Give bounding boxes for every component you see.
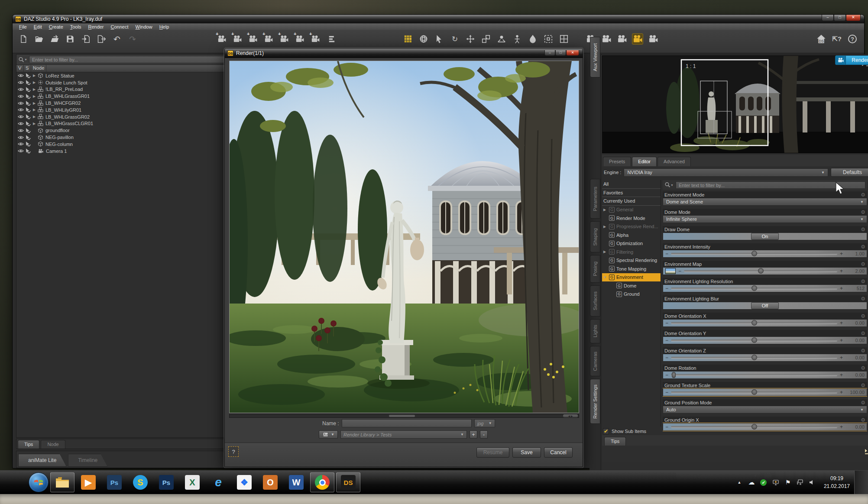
remove-button[interactable]: - (480, 430, 488, 439)
gear-icon[interactable]: ⚙ (861, 192, 865, 198)
save-button[interactable]: Save (512, 447, 541, 458)
visibility-eye-icon[interactable] (18, 87, 24, 92)
environment-map-thumbnail[interactable] (665, 268, 676, 274)
new-camera-icon[interactable]: + (216, 33, 227, 45)
setting-slider[interactable]: −+0.00 (663, 423, 867, 431)
expand-caret-icon[interactable]: ▶ (32, 108, 36, 112)
menu-file[interactable]: File (16, 24, 30, 29)
setting-value[interactable]: 0.00 (845, 355, 865, 360)
import-icon[interactable] (80, 33, 91, 45)
show-desktop-button[interactable] (854, 471, 868, 494)
menu-tools[interactable]: Tools (67, 24, 84, 29)
taskbar-excel[interactable]: X (180, 472, 204, 492)
new-render-icon[interactable] (648, 33, 659, 45)
slider-handle[interactable] (751, 337, 757, 343)
category-dome[interactable]: GDome (602, 281, 661, 290)
setting-dropdown[interactable]: Infinite Sphere▼ (663, 215, 867, 223)
selectable-pointer-icon[interactable] (25, 114, 31, 120)
tab-node[interactable]: Node (41, 440, 65, 449)
decrement-icon[interactable]: − (678, 268, 681, 274)
gear-icon[interactable]: ⚙ (861, 417, 865, 423)
cloud-icon[interactable]: ☁ (748, 478, 755, 486)
decrement-icon[interactable]: − (665, 372, 668, 378)
maximize-icon[interactable]: □ (834, 15, 846, 21)
setting-value[interactable]: 0.00 (845, 372, 865, 378)
menu-edit[interactable]: Edit (31, 24, 45, 29)
close-icon[interactable]: ✕ (566, 50, 579, 56)
show-sub-items[interactable]: ✔ Show Sub Items (603, 428, 646, 434)
taskbar-internet-explorer[interactable]: e (206, 472, 230, 492)
category-ground[interactable]: GGround (602, 290, 661, 299)
tab-parameters[interactable]: Parameters (590, 179, 600, 219)
daz-home-icon[interactable]: DS (816, 33, 827, 45)
visibility-eye-icon[interactable] (18, 121, 24, 126)
taskbar-clock[interactable]: 09:19 21.02.2017 (819, 475, 854, 490)
orbit-sphere-icon[interactable] (418, 33, 429, 45)
scene-node-row[interactable]: ▶!LB_RR_PreLoad (16, 86, 226, 93)
save-file-icon[interactable] (65, 33, 76, 45)
scene-grid-icon[interactable] (402, 33, 414, 45)
slider-handle[interactable] (751, 389, 757, 395)
scale-tool-icon[interactable] (480, 33, 492, 45)
setting-value[interactable]: 0.00 (845, 320, 865, 326)
tab-advanced[interactable]: Advanced (657, 157, 691, 166)
render-button[interactable]: Render (835, 55, 868, 65)
selectable-pointer-icon[interactable] (25, 148, 31, 154)
surface-selection-icon[interactable] (527, 33, 538, 45)
antivirus-icon[interactable]: ✔ (760, 478, 768, 486)
visibility-eye-icon[interactable] (18, 114, 24, 119)
remote-icon[interactable] (772, 478, 780, 486)
setting-slider[interactable]: −+0.00 (663, 336, 867, 344)
taskbar-word[interactable]: W (284, 472, 308, 492)
tray-expand-icon[interactable]: ▲ (735, 478, 743, 486)
tab-shaping[interactable]: Shaping (590, 221, 600, 252)
cancel-button[interactable]: Cancel (544, 447, 573, 458)
new-null-icon[interactable]: + (310, 33, 321, 45)
category-alpha[interactable]: GAlpha (602, 231, 661, 239)
new-distant-light-icon[interactable]: + (232, 33, 243, 45)
visibility-eye-icon[interactable] (18, 101, 24, 106)
undo-icon[interactable]: ↶ (111, 33, 123, 45)
new-spotlight-icon[interactable]: + (279, 33, 290, 45)
decrement-icon[interactable]: − (665, 355, 668, 360)
scene-node-row[interactable]: groundfloor (16, 127, 226, 134)
tab-render-settings[interactable]: Render Settings (590, 379, 600, 424)
caret-icon[interactable]: ▶ (603, 225, 607, 229)
increment-icon[interactable]: + (840, 424, 843, 430)
setting-slider[interactable]: −+0.00 (663, 354, 867, 362)
selectable-pointer-icon[interactable] (25, 135, 31, 140)
spot-render-icon[interactable] (558, 33, 570, 45)
slider-handle[interactable] (751, 320, 757, 326)
new-point-light-icon[interactable]: + (247, 33, 259, 45)
tab-lights[interactable]: Lights (590, 319, 600, 343)
setting-value[interactable]: 2.00 (845, 268, 865, 274)
aux-viewport[interactable]: 1 : 1 (602, 55, 868, 153)
selectable-pointer-icon[interactable] (25, 107, 31, 113)
tab-tips[interactable]: Tips (18, 440, 39, 449)
library-path-dropdown[interactable]: Render Library > Tests▼ (340, 430, 467, 439)
close-icon[interactable]: ✕ (846, 15, 861, 21)
gear-icon[interactable]: ⚙ (861, 209, 865, 215)
gear-icon[interactable]: ⚙ (861, 313, 865, 319)
scene-node-row[interactable]: NEG-column (16, 141, 226, 148)
visibility-eye-icon[interactable] (18, 94, 24, 99)
node-selection-icon[interactable] (434, 33, 445, 45)
help-icon[interactable]: ? (847, 33, 858, 45)
engine-dropdown[interactable]: NVIDIA Iray▼ (624, 168, 828, 177)
scene-node-row[interactable]: ▶LB_WHLilyGR01 (16, 107, 226, 113)
scene-node-row[interactable]: NEG-pavillon (16, 134, 226, 141)
expand-caret-icon[interactable]: ▶ (32, 74, 36, 78)
scene-node-row[interactable]: ▶LB_WHLGrassGR02 (16, 113, 226, 120)
scene-node-row[interactable]: ▶LB_WHGrassCLGR01 (16, 120, 226, 127)
image-scrollbar[interactable]: ◀▶ (229, 414, 579, 418)
setting-slider[interactable]: −+2.00 (663, 267, 867, 275)
setting-slider[interactable]: −+1.00 (663, 250, 867, 258)
taskbar-chrome[interactable] (310, 472, 334, 492)
expand-caret-icon[interactable]: ▶ (32, 115, 36, 119)
category-progressive-rend-[interactable]: ▶GProgressive Rend... (602, 223, 661, 231)
scene-node-row[interactable]: ▶LoRez Statue (16, 72, 226, 79)
scene-node-row[interactable]: ▶Outside Lunch Spot (16, 79, 226, 86)
taskbar-dropbox[interactable]: ❖ (232, 472, 256, 492)
decrement-icon[interactable]: − (665, 424, 668, 430)
gear-icon[interactable]: ⚙ (861, 261, 865, 267)
